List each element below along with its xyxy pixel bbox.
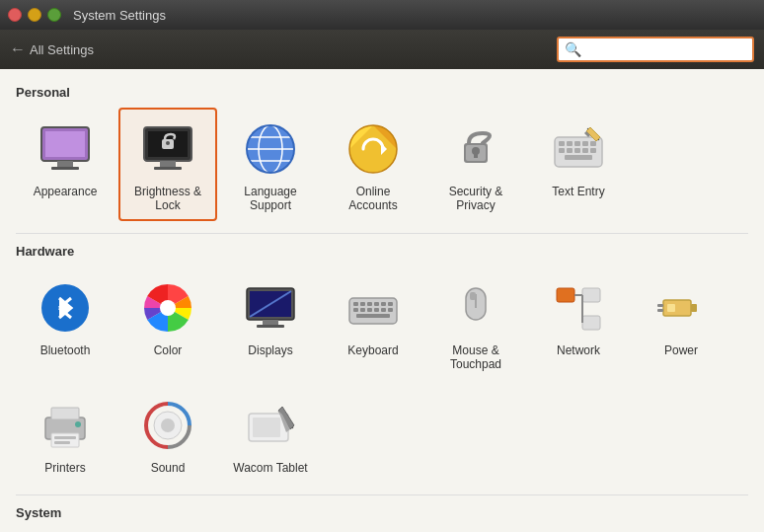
power-icon: [649, 276, 713, 340]
main-content: Personal Appearance: [0, 69, 764, 532]
svg-rect-61: [356, 314, 390, 318]
search-input[interactable]: [585, 42, 746, 57]
svg-rect-80: [54, 441, 70, 444]
color-icon: [136, 276, 199, 340]
svg-rect-3: [51, 167, 79, 170]
text-entry-label: Text Entry: [552, 185, 604, 198]
item-color[interactable]: Color: [118, 266, 217, 380]
item-universal-access[interactable]: UniversalAccess: [426, 528, 525, 532]
item-printers[interactable]: Printers: [16, 384, 115, 483]
sound-icon: [136, 394, 199, 457]
back-arrow-icon: ←: [10, 40, 26, 58]
svg-rect-2: [57, 161, 73, 167]
item-time-date[interactable]: Time & Date: [324, 528, 422, 532]
printers-icon: [34, 394, 97, 457]
item-keyboard[interactable]: Keyboard: [324, 266, 422, 380]
network-label: Network: [557, 343, 600, 357]
item-wacom-tablet[interactable]: Wacom Tablet: [221, 384, 320, 483]
svg-rect-72: [691, 304, 697, 312]
svg-rect-67: [582, 316, 600, 330]
item-mouse-touchpad[interactable]: Mouse &Touchpad: [426, 266, 525, 380]
item-network[interactable]: Network: [529, 266, 628, 380]
svg-rect-54: [388, 302, 393, 306]
all-settings-button[interactable]: ← All Settings: [10, 40, 94, 58]
svg-rect-78: [51, 433, 79, 447]
svg-rect-30: [567, 148, 573, 153]
svg-rect-51: [367, 302, 372, 306]
svg-rect-87: [253, 418, 280, 437]
svg-rect-73: [657, 304, 663, 307]
svg-rect-56: [360, 308, 365, 312]
svg-rect-77: [51, 408, 79, 419]
item-brightness-lock[interactable]: Brightness &Lock: [118, 108, 217, 221]
item-backups[interactable]: Backups: [16, 528, 115, 532]
section-system-title: System: [16, 505, 748, 520]
section-personal-title: Personal: [16, 85, 748, 100]
svg-rect-33: [590, 148, 596, 153]
item-security-privacy[interactable]: Security &Privacy: [426, 108, 525, 221]
item-online-accounts[interactable]: OnlineAccounts: [324, 108, 422, 221]
svg-rect-32: [582, 148, 588, 153]
item-details[interactable]: Details: [118, 528, 217, 532]
window-title: System Settings: [73, 8, 166, 23]
item-bluetooth[interactable]: Bluetooth: [16, 266, 115, 380]
security-privacy-icon: [444, 117, 507, 181]
svg-rect-31: [574, 148, 580, 153]
language-support-label: LanguageSupport: [244, 185, 296, 213]
svg-rect-50: [360, 302, 365, 306]
divider-hardware-system: [16, 494, 748, 495]
item-text-entry[interactable]: Text Entry: [529, 108, 628, 221]
keyboard-icon: [342, 276, 405, 340]
item-appearance[interactable]: Appearance: [16, 108, 115, 221]
item-software-updates[interactable]: Software &Updates: [221, 528, 320, 532]
section-system: System Backups: [16, 505, 748, 532]
svg-rect-53: [381, 302, 386, 306]
maximize-button[interactable]: [47, 8, 61, 22]
svg-rect-64: [470, 292, 476, 300]
language-support-icon: [239, 117, 302, 181]
appearance-icon: [34, 117, 97, 181]
mouse-touchpad-icon: [444, 276, 507, 340]
text-entry-icon: [547, 117, 610, 181]
item-language-support[interactable]: LanguageSupport: [221, 108, 320, 221]
item-power[interactable]: Power: [632, 266, 730, 380]
search-icon: 🔍: [565, 41, 581, 57]
svg-rect-75: [667, 304, 675, 312]
personal-grid: Appearance Brightness &Loc: [16, 108, 748, 221]
power-label: Power: [664, 343, 698, 357]
svg-point-81: [75, 421, 81, 427]
svg-point-9: [166, 141, 170, 145]
svg-rect-27: [582, 141, 588, 146]
online-accounts-icon: [342, 117, 405, 181]
system-grid: Backups: [16, 528, 748, 532]
displays-icon: [239, 276, 302, 340]
svg-rect-34: [565, 155, 592, 160]
svg-rect-65: [557, 288, 574, 302]
bluetooth-label: Bluetooth: [40, 343, 91, 357]
svg-rect-25: [567, 141, 573, 146]
svg-rect-46: [263, 320, 278, 325]
item-user-accounts[interactable]: UserAccounts: [529, 528, 628, 532]
section-personal: Personal Appearance: [16, 85, 748, 221]
section-hardware: Hardware Bluetooth: [16, 244, 748, 483]
svg-rect-28: [590, 141, 596, 146]
printers-label: Printers: [44, 461, 85, 475]
svg-rect-26: [574, 141, 580, 146]
item-displays[interactable]: Displays: [221, 266, 320, 380]
svg-rect-74: [657, 309, 663, 312]
svg-rect-1: [45, 131, 85, 157]
wacom-tablet-icon: [239, 394, 302, 457]
svg-rect-59: [381, 308, 386, 312]
item-sound[interactable]: Sound: [118, 384, 217, 483]
search-box: 🔍: [557, 37, 754, 62]
toolbar: ← All Settings 🔍: [0, 30, 764, 69]
svg-rect-57: [367, 308, 372, 312]
minimize-button[interactable]: [28, 8, 41, 22]
security-privacy-label: Security &Privacy: [449, 185, 503, 213]
svg-rect-66: [582, 288, 600, 302]
all-settings-label: All Settings: [30, 42, 94, 57]
close-button[interactable]: [8, 8, 22, 22]
keyboard-label: Keyboard: [347, 343, 398, 357]
section-hardware-title: Hardware: [16, 244, 748, 259]
appearance-label: Appearance: [34, 185, 98, 198]
